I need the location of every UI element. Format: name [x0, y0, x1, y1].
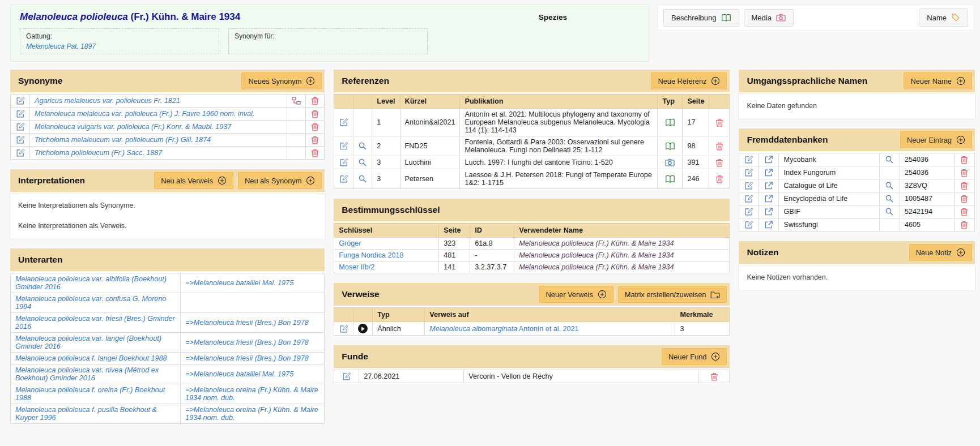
- unterart-link[interactable]: Melanoleuca polioleuca var. confusa G. M…: [15, 295, 166, 311]
- name-button[interactable]: Name: [919, 8, 968, 27]
- edit-icon[interactable]: [339, 158, 348, 167]
- trash-icon[interactable]: [310, 96, 319, 105]
- edit-icon[interactable]: [16, 135, 25, 144]
- external-link-icon[interactable]: [764, 194, 773, 203]
- neuer-name-button[interactable]: Neuer Name: [904, 72, 972, 89]
- search-icon[interactable]: [885, 155, 894, 164]
- table-row: Melanoleuca vulgaris var. polioleuca (Fr…: [11, 121, 325, 134]
- edit-icon[interactable]: [339, 118, 348, 127]
- search-icon[interactable]: [358, 141, 367, 151]
- unterart-link[interactable]: Melanoleuca polioleuca var. friesii (Bre…: [15, 315, 175, 331]
- synonym-link[interactable]: Tricholoma polioleucum (Fr.) Sacc. 1887: [35, 149, 162, 157]
- trash-icon[interactable]: [960, 168, 969, 177]
- edit-icon[interactable]: [16, 148, 25, 157]
- unterart-link[interactable]: Melanoleuca polioleuca f. langei Boekhou…: [15, 354, 167, 362]
- unterart-ref-link[interactable]: =>Melanoleuca oreina (Fr.) Kühn. & Maire…: [185, 406, 318, 422]
- neuer-fund-button[interactable]: Neuer Fund: [662, 348, 727, 365]
- trash-icon[interactable]: [310, 109, 319, 118]
- trash-icon[interactable]: [715, 158, 724, 167]
- synonym-link[interactable]: Agaricus melaleucus var. polioleucus Fr.…: [35, 97, 180, 105]
- search-icon[interactable]: [885, 207, 894, 216]
- external-link-icon[interactable]: [764, 207, 773, 216]
- datenbank-name: GBIF: [779, 205, 880, 218]
- edit-icon[interactable]: [744, 181, 753, 190]
- edit-icon[interactable]: [744, 220, 753, 229]
- matrix-erstellen-button[interactable]: Matrix erstellen/zuweisen: [618, 286, 727, 303]
- edit-icon[interactable]: [16, 122, 25, 131]
- unterart-link[interactable]: Melanoleuca polioleuca var. albifolia (B…: [15, 275, 167, 291]
- fremddatenbanken-title: Fremddatenbanken: [747, 135, 896, 145]
- table-row: 27.06.2021 Vercorin - Vellon de Réchy: [334, 370, 730, 383]
- synonym-link[interactable]: Tricholoma melaleucum var. polioleucum (…: [35, 136, 211, 144]
- trash-icon[interactable]: [310, 148, 319, 157]
- synonym-link[interactable]: Melanoleuca vulgaris var. polioleuca (Fr…: [35, 123, 231, 131]
- search-icon[interactable]: [885, 194, 894, 203]
- external-link-icon[interactable]: [764, 155, 773, 164]
- trash-icon[interactable]: [710, 372, 719, 381]
- kuerzel-value: Petersen: [400, 169, 460, 189]
- unterart-ref-link[interactable]: =>Melanoleuca friesii (Bres.) Bon 1978: [185, 354, 309, 362]
- unterart-ref-link[interactable]: =>Melanoleuca bataillei Mal. 1975: [185, 370, 293, 378]
- neuer-eintrag-button[interactable]: Neuer Eintrag: [900, 131, 972, 148]
- neu-als-verweis-button[interactable]: Neu als Verweis: [154, 172, 233, 189]
- toolbar: Beschreibung Media Name: [657, 5, 974, 31]
- trash-icon[interactable]: [310, 122, 319, 131]
- external-link-icon[interactable]: [764, 181, 773, 190]
- species-header-card: Melanoleuca polioleuca (Fr.) Kühn. & Mai…: [10, 5, 649, 62]
- unterart-ref-link[interactable]: =>Melanoleuca friesii (Bres.) Bon 1978: [185, 338, 309, 346]
- unterart-ref-link[interactable]: =>Melanoleuca oreina (Fr.) Kühn. & Maire…: [185, 386, 318, 402]
- unterart-link[interactable]: Melanoleuca polioleuca var. nivea (Métro…: [15, 366, 159, 382]
- edit-icon[interactable]: [16, 109, 25, 118]
- datenbank-name: Index Fungorum: [779, 166, 880, 179]
- unterart-link[interactable]: Melanoleuca polioleuca f. oreina (Fr.) B…: [15, 386, 165, 402]
- neues-synonym-button[interactable]: Neues Synonym: [241, 72, 322, 89]
- trash-icon[interactable]: [960, 181, 969, 190]
- trash-icon[interactable]: [960, 220, 969, 229]
- schluessel-link[interactable]: Funga Nordica 2018: [339, 251, 403, 259]
- edit-icon[interactable]: [16, 96, 25, 105]
- external-link-icon[interactable]: [764, 220, 773, 229]
- kuerzel-value: Lucchini: [400, 156, 460, 169]
- neu-als-verweis-label: Neu als Verweis: [161, 177, 213, 185]
- schluessel-link[interactable]: Gröger: [339, 239, 361, 247]
- trash-icon[interactable]: [960, 207, 969, 216]
- trash-icon[interactable]: [715, 174, 724, 183]
- unterart-link[interactable]: Melanoleuca polioleuca f. pusilla Boekho…: [15, 406, 157, 422]
- trash-icon[interactable]: [310, 135, 319, 144]
- media-button[interactable]: Media: [744, 9, 794, 27]
- edit-icon[interactable]: [744, 194, 753, 203]
- trash-icon[interactable]: [960, 155, 969, 164]
- tag-icon: [951, 13, 960, 22]
- synonym-link[interactable]: Melanoleuca melaleuca var. polioleuca (F…: [35, 110, 254, 118]
- search-icon[interactable]: [358, 158, 367, 167]
- neue-referenz-button[interactable]: Neue Referenz: [651, 72, 727, 89]
- edit-icon[interactable]: [339, 324, 348, 333]
- edit-icon[interactable]: [744, 207, 753, 216]
- sitemap-icon[interactable]: [292, 97, 301, 105]
- unterart-ref-link[interactable]: =>Melanoleuca bataillei Mal. 1975: [185, 279, 293, 287]
- unterart-ref-link[interactable]: =>Melanoleuca friesii (Bres.) Bon 1978: [185, 319, 309, 327]
- edit-icon[interactable]: [339, 174, 348, 183]
- arrow-right-icon[interactable]: [358, 324, 368, 333]
- schluessel-link[interactable]: Moser IIb/2: [339, 263, 374, 271]
- beschreibung-button[interactable]: Beschreibung: [663, 9, 739, 27]
- edit-icon[interactable]: [744, 155, 753, 164]
- neue-notiz-button[interactable]: Neue Notiz: [909, 244, 972, 261]
- verwendeter-name-value: Melanoleuca polioleuca (Fr.) Kühn. & Mai…: [514, 238, 730, 250]
- table-row: Melanoleuca polioleuca f. langei Boekhou…: [11, 353, 325, 364]
- unterart-link[interactable]: Melanoleuca polioleuca var. langei (Boek…: [15, 334, 161, 350]
- trash-icon[interactable]: [715, 118, 724, 127]
- search-icon[interactable]: [358, 174, 367, 183]
- gattung-link[interactable]: Melanoleuca Pat. 1897: [26, 42, 96, 50]
- verweis-link[interactable]: Melanoleuca albomarginata Antonín et al.…: [429, 325, 578, 333]
- edit-icon[interactable]: [342, 372, 351, 381]
- edit-icon[interactable]: [744, 168, 753, 177]
- neue-referenz-label: Neue Referenz: [658, 77, 706, 85]
- edit-icon[interactable]: [339, 141, 348, 151]
- neuer-verweis-button[interactable]: Neuer Verweis: [539, 286, 613, 303]
- search-icon[interactable]: [885, 181, 894, 190]
- trash-icon[interactable]: [960, 194, 969, 203]
- neu-als-synonym-button[interactable]: Neu als Synonym: [238, 172, 322, 189]
- trash-icon[interactable]: [715, 141, 724, 151]
- external-link-icon[interactable]: [764, 168, 773, 177]
